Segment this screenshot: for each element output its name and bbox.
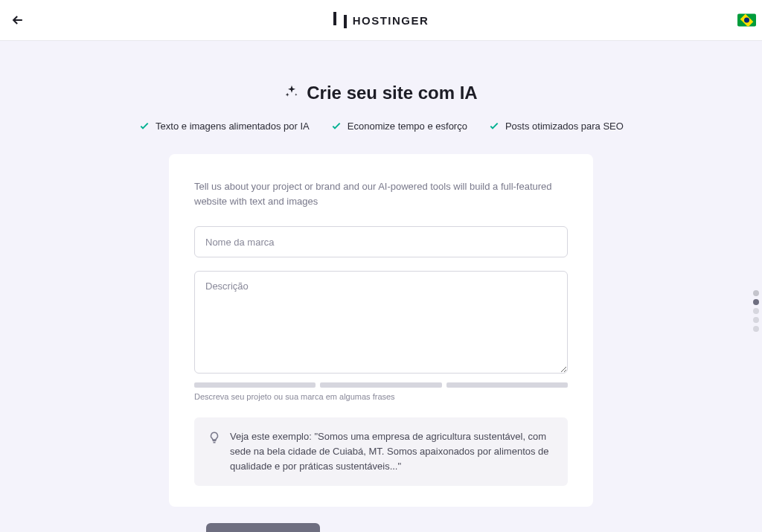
brand-logo-text: HOSTINGER	[353, 14, 429, 27]
feature-label: Posts otimizados para SEO	[505, 121, 624, 132]
check-icon	[488, 120, 500, 132]
intro-text: Tell us about your project or brand and …	[194, 179, 568, 208]
description-textarea[interactable]	[194, 271, 568, 374]
check-icon	[138, 120, 150, 132]
progress-dot[interactable]	[753, 299, 759, 305]
brand-logo-mark	[333, 12, 347, 28]
feature-label: Economize tempo e esforço	[348, 121, 467, 132]
progress-dot[interactable]	[753, 290, 759, 296]
brand-logo: HOSTINGER	[333, 12, 429, 28]
progress-dot[interactable]	[753, 317, 759, 323]
locale-flag-br[interactable]	[737, 14, 756, 27]
strength-meter	[194, 382, 568, 388]
check-icon	[330, 120, 342, 132]
brand-name-input[interactable]	[194, 226, 568, 257]
feature-item: Posts otimizados para SEO	[488, 120, 624, 132]
feature-item: Economize tempo e esforço	[330, 120, 467, 132]
strength-bar	[320, 382, 441, 388]
progress-dot[interactable]	[753, 326, 759, 332]
progress-dot[interactable]	[753, 308, 759, 314]
sparkles-icon	[284, 84, 299, 102]
tip-box: Veja este exemplo: "Somos uma empresa de…	[194, 417, 568, 486]
arrow-left-icon	[10, 13, 25, 28]
strength-bar	[446, 382, 568, 388]
helper-text: Descreva seu projeto ou sua marca em alg…	[194, 392, 568, 401]
feature-list: Texto e imagens alimentados por IA Econo…	[0, 120, 762, 132]
lightbulb-icon	[208, 431, 221, 474]
app-header: HOSTINGER	[0, 0, 762, 41]
strength-bar	[194, 382, 316, 388]
actions-row: Criar conteúdo Pular esta etapa. Vou esc…	[169, 523, 593, 532]
page-title: Crie seu site com IA	[307, 83, 477, 103]
feature-item: Texto e imagens alimentados por IA	[138, 120, 310, 132]
wizard-progress	[753, 290, 759, 332]
form-card: Tell us about your project or brand and …	[169, 154, 593, 507]
tip-text: Veja este exemplo: "Somos uma empresa de…	[230, 429, 554, 474]
page-title-wrap: Crie seu site com IA	[0, 83, 762, 103]
create-content-button[interactable]: Criar conteúdo	[206, 523, 320, 532]
back-button[interactable]	[6, 8, 30, 32]
feature-label: Texto e imagens alimentados por IA	[156, 121, 310, 132]
